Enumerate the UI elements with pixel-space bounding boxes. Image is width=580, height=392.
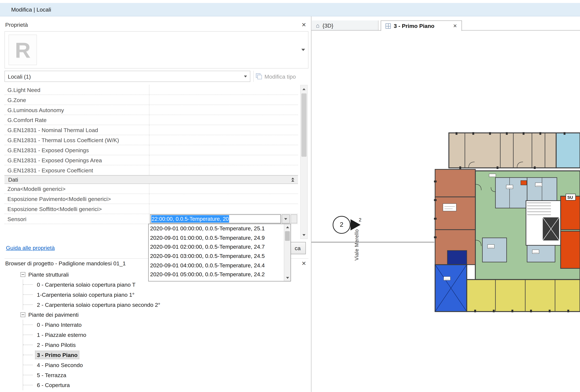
tree-item[interactable]: 2 - Carpenteria solaio copertura piano s… bbox=[23, 300, 296, 310]
view-tab-3d[interactable]: ⌂ {3D} bbox=[311, 20, 379, 31]
property-value[interactable] bbox=[149, 95, 298, 105]
chevron-down-icon bbox=[284, 218, 287, 220]
property-value[interactable] bbox=[149, 135, 298, 145]
tree-item[interactable]: 5 - Terrazza bbox=[23, 370, 296, 380]
tree-item[interactable]: 1 - Piazzale esterno bbox=[23, 330, 296, 340]
collapse-node-icon[interactable] bbox=[20, 272, 25, 277]
property-value[interactable] bbox=[149, 165, 298, 175]
project-browser-close-icon[interactable]: ✕ bbox=[301, 261, 306, 266]
section-marker[interactable]: 2 bbox=[333, 216, 350, 234]
tree-item[interactable]: 2 - Piano Pilotis bbox=[23, 340, 296, 350]
property-label: Esposizione Soffitto<Modelli generici> bbox=[4, 204, 149, 214]
scrollbar-thumb[interactable] bbox=[285, 231, 290, 241]
tree-item[interactable]: 1-Carpenteria solaio copertura piano 1° bbox=[23, 290, 296, 300]
properties-header: Proprietà ✕ bbox=[4, 19, 308, 30]
room-salmon-1 bbox=[435, 169, 475, 197]
properties-help-link[interactable]: Guida alle proprietà bbox=[6, 245, 55, 251]
collapse-section-icon[interactable] bbox=[291, 178, 294, 182]
view-tab-label: 3 - Primo Piano bbox=[394, 23, 435, 29]
property-label: G.Comfort Rate bbox=[4, 115, 149, 125]
type-selector[interactable]: R bbox=[4, 31, 308, 68]
sensori-dropdown-button[interactable] bbox=[282, 214, 290, 223]
view-tab-primo-piano[interactable]: 3 - Primo Piano ✕ bbox=[381, 20, 462, 31]
property-label: G.Light Need bbox=[4, 85, 149, 95]
property-row: Esposizione Soffitto<Modelli generici> bbox=[4, 204, 298, 214]
element-filter-combobox[interactable]: Locali (1) bbox=[4, 71, 250, 82]
tree-children: 0 - Piano Interrato 1 - Piazzale esterno… bbox=[23, 320, 296, 390]
property-value[interactable] bbox=[149, 105, 298, 115]
property-value[interactable] bbox=[149, 155, 298, 165]
dropdown-item[interactable]: 2020-09-01 06:00:00, 0.0.5-Temperature, … bbox=[148, 279, 284, 281]
property-row: G.EN12831 - Nominal Thermal Load bbox=[4, 125, 298, 135]
dropdown-item[interactable]: 2020-09-01 01:00:00, 0.0.5-Temperature, … bbox=[148, 233, 284, 243]
sensori-input[interactable]: 22:00:00, 0.0.5-Temperature, 20 bbox=[150, 214, 281, 223]
dati-section-label: Dati bbox=[8, 177, 18, 183]
floor-plan[interactable]: SU bbox=[433, 132, 580, 313]
property-value[interactable] bbox=[149, 115, 298, 125]
property-value[interactable] bbox=[149, 125, 298, 135]
collapse-node-icon[interactable] bbox=[20, 312, 25, 317]
mode-bar: Modifica | Locali bbox=[0, 3, 580, 16]
home-3d-icon: ⌂ bbox=[316, 22, 320, 28]
dati-section-header[interactable]: Dati bbox=[4, 175, 298, 184]
room-orange-1 bbox=[561, 196, 580, 230]
property-value[interactable] bbox=[149, 145, 298, 155]
room-orange-2 bbox=[561, 231, 580, 268]
section-reference-line bbox=[311, 242, 435, 242]
scroll-up-icon[interactable] bbox=[284, 224, 290, 230]
room-salmon-2 bbox=[435, 197, 475, 230]
scroll-down-icon[interactable] bbox=[284, 275, 290, 281]
dropdown-item[interactable]: 2020-09-01 02:00:00, 0.0.5-Temperature, … bbox=[148, 242, 284, 252]
property-value[interactable] bbox=[149, 184, 298, 194]
properties-scrollbar[interactable] bbox=[300, 85, 308, 239]
scroll-down-icon[interactable] bbox=[300, 231, 307, 239]
type-selector-chevron-down-icon[interactable] bbox=[301, 49, 305, 51]
property-row: Zona<Modelli generici> bbox=[4, 184, 298, 194]
mode-bar-label: Modifica | Locali bbox=[11, 6, 51, 12]
property-row: G.EN12831 - Exposed Openings Area bbox=[4, 155, 298, 165]
edit-type-label: Modifica tipo bbox=[265, 73, 296, 80]
project-browser-title: Browser di progetto - Padiglione mandole… bbox=[5, 260, 126, 267]
properties-close-icon[interactable]: ✕ bbox=[301, 22, 306, 27]
property-label: Esposizione Pavimento<Modelli generici> bbox=[4, 194, 149, 203]
sensor-box bbox=[521, 181, 527, 185]
room-pale-c bbox=[482, 238, 507, 262]
tab-close-icon[interactable]: ✕ bbox=[453, 23, 457, 29]
tree-group-label: Piante strutturali bbox=[28, 271, 69, 278]
property-row: G.EN12831 - Thermal Loss Coefficient (W/… bbox=[4, 135, 298, 145]
property-value[interactable] bbox=[149, 194, 298, 203]
element-filter-chevron-down-icon bbox=[244, 75, 247, 77]
property-label: G.Zone bbox=[4, 95, 149, 105]
dropdown-item[interactable]: 2020-09-01 04:00:00, 0.0.5-Temperature, … bbox=[148, 261, 284, 270]
dropdown-item[interactable]: 2020-09-01 05:00:00, 0.0.5-Temperature, … bbox=[148, 270, 284, 279]
room-tag-su-text: SU bbox=[567, 195, 573, 200]
property-value[interactable] bbox=[149, 85, 298, 95]
element-filter-label: Locali (1) bbox=[8, 73, 31, 80]
tree-group-label: Piante dei pavimenti bbox=[28, 312, 79, 318]
property-label: G.Luminous Autonomy bbox=[4, 105, 149, 115]
sensori-more-button[interactable] bbox=[290, 214, 297, 223]
view-tab-label: {3D} bbox=[322, 22, 333, 29]
dropdown-item[interactable]: 2020-09-01 00:00:00, 0.0.5-Temperature, … bbox=[148, 224, 284, 233]
tree-item[interactable]: 4 - Piano Secondo bbox=[23, 360, 296, 370]
tree-item-selected[interactable]: 3 - Primo Piano bbox=[23, 350, 296, 360]
properties-title: Proprietà bbox=[5, 21, 28, 28]
property-row: G.EN12831 - Exposed Openings bbox=[4, 145, 298, 155]
property-label: Sensori bbox=[4, 214, 149, 224]
dropdown-scrollbar[interactable] bbox=[284, 224, 291, 281]
edit-type-button[interactable]: Modifica tipo bbox=[253, 71, 308, 82]
property-label: G.EN12831 - Exposed Openings Area bbox=[4, 155, 149, 165]
property-label: G.EN12831 - Exposed Openings bbox=[4, 145, 149, 155]
dropdown-item[interactable]: 2020-09-01 03:00:00, 0.0.5-Temperature, … bbox=[148, 252, 284, 261]
property-row: G.Luminous Autonomy bbox=[4, 105, 298, 115]
tree-item[interactable]: 0 - Piano Interrato bbox=[23, 320, 296, 330]
scrollbar-thumb[interactable] bbox=[301, 94, 307, 157]
tree-group-piante-dei-pavimenti[interactable]: Piante dei pavimenti bbox=[20, 310, 296, 320]
street-label[interactable]: Viale Merello bbox=[354, 220, 360, 261]
property-value[interactable] bbox=[149, 204, 298, 214]
property-label: G.EN12831 - Nominal Thermal Load bbox=[4, 125, 149, 135]
tree-item[interactable]: 6 - Copertura bbox=[23, 380, 296, 390]
property-label: G.EN12831 - Exposure Coefficient bbox=[4, 165, 149, 175]
scroll-up-icon[interactable] bbox=[300, 85, 307, 93]
tree-children: 0 - Carpenteria solaio copertura piano T… bbox=[23, 280, 296, 310]
